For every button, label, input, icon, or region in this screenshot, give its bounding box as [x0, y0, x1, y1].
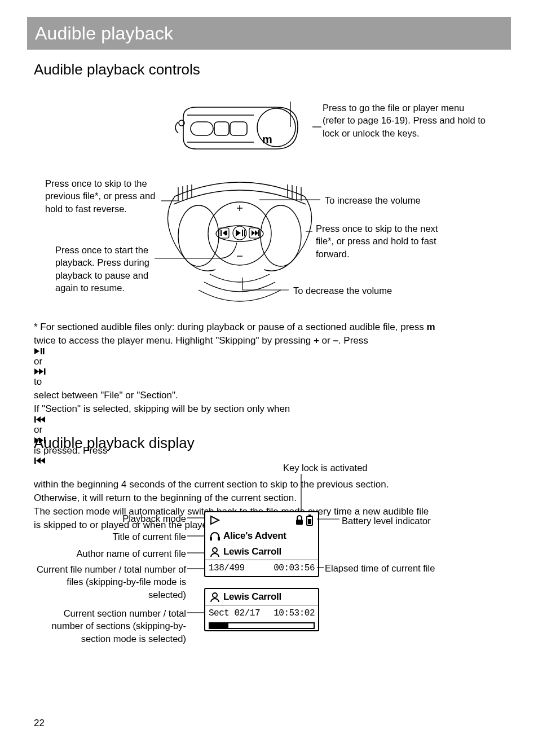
- callout-prev: Press once to skip to the previous file*…: [45, 177, 164, 215]
- lcd1-file-counter: 138/499: [209, 563, 245, 573]
- svg-rect-35: [296, 520, 303, 525]
- fn-l2d: or: [34, 356, 42, 367]
- fn-l1m: m: [426, 322, 435, 332]
- play-pause-icon: [34, 348, 45, 355]
- svg-rect-39: [210, 537, 212, 540]
- title-bar: Audible playback: [27, 17, 511, 50]
- lcd-screen-2: Lewis Carroll Sect 02/17 10:53:02: [204, 588, 319, 631]
- play-mode-icon: [209, 515, 222, 526]
- lcd2-row-counter: Sect 02/17 10:53:02: [205, 605, 318, 621]
- lcd2-elapsed: 10:53:02: [274, 608, 315, 618]
- lcd1-author: Lewis Carroll: [223, 546, 281, 557]
- lcd2-section: Sect 02/17: [209, 608, 260, 618]
- svg-rect-38: [308, 519, 311, 524]
- lock-icon: [294, 515, 305, 526]
- label-playback-mode: Playback mode: [34, 512, 186, 525]
- callout-menu: Press to go the file or player menu (ref…: [323, 102, 486, 139]
- svg-rect-40: [218, 537, 220, 540]
- lcd-screen-1: Alice's Advent Lewis Carroll 138/499 00:…: [204, 511, 319, 577]
- svg-rect-3: [230, 122, 247, 135]
- label-author: Author name of current file: [18, 547, 186, 560]
- person-icon: [209, 546, 221, 557]
- svg-point-41: [213, 548, 217, 552]
- svg-rect-31: [34, 416, 36, 423]
- callout-vol-up: To increase the volume: [325, 194, 421, 206]
- svg-rect-30: [44, 368, 46, 375]
- footnote-block: * For sectioned audible files only: duri…: [34, 320, 504, 531]
- page-title: Audible playback: [35, 23, 173, 44]
- lcd2-author: Lewis Carroll: [223, 591, 281, 603]
- fn-l6: Otherwise, it will return to the beginni…: [34, 493, 297, 503]
- leader-keylock: [298, 474, 309, 512]
- headphone-icon: [209, 530, 221, 542]
- fn-l4a: If "Section" is selected, skipping will …: [34, 403, 290, 414]
- leaders-right: [317, 511, 345, 579]
- svg-rect-28: [41, 348, 42, 354]
- person-icon: [209, 591, 221, 603]
- svg-rect-37: [308, 515, 311, 516]
- callout-vol-down: To decrease the volume: [293, 284, 392, 297]
- lcd2-row-author: Lewis Carroll: [205, 589, 318, 605]
- display-heading: Audible playback display: [34, 434, 195, 452]
- page-number: 22: [34, 718, 45, 729]
- fn-l2b: or: [319, 335, 333, 346]
- fn-l2e: to: [34, 376, 42, 387]
- lcd1-row-status: [205, 512, 318, 528]
- label-title: Title of current file: [34, 530, 186, 543]
- callout-play: Press once to start the playback. Press …: [55, 244, 166, 294]
- fn-l5: within the beginning 4 seconds of the cu…: [34, 479, 389, 490]
- fn-plus: +: [314, 335, 319, 346]
- fast-forward-icon: [34, 368, 46, 375]
- lcd1-row-counter: 138/499 00:03:56: [205, 560, 318, 576]
- fn-minus: –: [333, 335, 338, 346]
- fn-l4b: or: [34, 424, 42, 435]
- fn-l1a: * For sectioned audible files only: duri…: [34, 322, 426, 332]
- lcd1-row-title: Alice's Advent: [205, 528, 318, 544]
- leader-menu: [259, 96, 327, 164]
- callout-next: Press once to skip to the next file*, or…: [316, 222, 440, 260]
- svg-rect-2: [214, 122, 229, 135]
- controls-heading: Audible playback controls: [34, 61, 200, 78]
- fn-l2a: twice to access the player menu. Highlig…: [34, 335, 314, 346]
- lcd1-elapsed: 00:03:56: [274, 563, 315, 573]
- m-key-label: m: [262, 132, 272, 147]
- svg-rect-1: [191, 122, 213, 135]
- svg-point-42: [213, 593, 217, 597]
- lcd2-progress: [205, 622, 318, 630]
- leaders-left: [187, 510, 210, 634]
- lcd1-title: Alice's Advent: [223, 530, 286, 542]
- lcd1-row-author: Lewis Carroll: [205, 544, 318, 560]
- fn-l3: select between "File" or "Section".: [34, 390, 178, 401]
- skip-prev-icon: [34, 416, 46, 423]
- skip-prev-icon-2: [34, 457, 46, 464]
- svg-rect-33: [34, 458, 36, 464]
- svg-rect-29: [43, 348, 45, 354]
- label-battery: Battery level indicator: [342, 515, 431, 527]
- label-file-counter: Current file number / total number of fi…: [34, 563, 186, 601]
- fn-l2c: . Press: [338, 335, 368, 346]
- keylock-label: Key lock is activated: [283, 461, 367, 474]
- label-section-counter: Current section number / total number of…: [34, 607, 186, 645]
- battery-icon: [305, 514, 315, 526]
